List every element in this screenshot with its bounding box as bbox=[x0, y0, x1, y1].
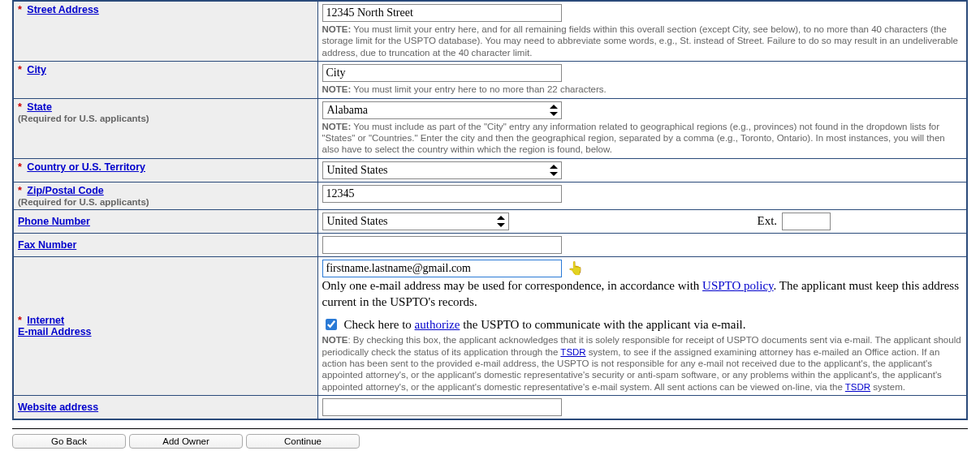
note-prefix: NOTE: bbox=[322, 84, 352, 94]
city-link[interactable]: City bbox=[27, 64, 46, 75]
value-cell-website bbox=[317, 396, 967, 420]
row-street: * Street Address NOTE: You must limit yo… bbox=[13, 1, 967, 62]
street-address-link[interactable]: Street Address bbox=[27, 4, 98, 15]
required-asterisk: * bbox=[18, 185, 22, 196]
street-input[interactable] bbox=[322, 4, 562, 22]
street-note: NOTE: You must limit your entry here, an… bbox=[322, 24, 963, 58]
email-help-before: Only one e-mail address may be used for … bbox=[322, 279, 703, 292]
row-city: * City NOTE: You must limit your entry h… bbox=[13, 62, 967, 98]
value-cell-state: Alabama NOTE: You must include as part o… bbox=[317, 98, 967, 158]
email-note: NOTE: By checking this box, the applican… bbox=[322, 334, 963, 393]
button-row: Go Back Add Owner Continue bbox=[12, 434, 968, 449]
uspto-policy-link[interactable]: USPTO policy bbox=[702, 279, 774, 292]
fax-link[interactable]: Fax Number bbox=[18, 239, 76, 251]
note-prefix: NOTE: bbox=[322, 24, 352, 34]
label-cell-city: * City bbox=[13, 62, 317, 98]
phone-country-select[interactable]: United States bbox=[322, 213, 509, 230]
zip-subnote: (Required for U.S. applicants) bbox=[18, 197, 313, 207]
note-prefix: NOTE: bbox=[322, 122, 352, 131]
authorize-checkbox[interactable] bbox=[326, 319, 337, 330]
required-asterisk: * bbox=[18, 315, 22, 326]
value-cell-country: United States bbox=[317, 158, 967, 182]
label-cell-phone: Phone Number bbox=[13, 209, 317, 233]
email-input[interactable] bbox=[322, 260, 562, 277]
note-text: You must limit your entry here to no mor… bbox=[353, 84, 607, 94]
value-cell-fax bbox=[317, 233, 967, 256]
zip-input[interactable] bbox=[322, 185, 562, 203]
check-suffix: the USPTO to communicate with the applic… bbox=[460, 318, 745, 331]
required-asterisk: * bbox=[18, 4, 22, 15]
website-input[interactable] bbox=[322, 398, 562, 416]
label-cell-zip: * Zip/Postal Code (Required for U.S. app… bbox=[13, 182, 317, 209]
country-link[interactable]: Country or U.S. Territory bbox=[27, 161, 145, 173]
row-phone: Phone Number United States Ext. bbox=[13, 209, 967, 233]
label-cell-state: * State (Required for U.S. applicants) bbox=[13, 98, 317, 158]
label-cell-country: * Country or U.S. Territory bbox=[13, 158, 317, 182]
address-form-table: * Street Address NOTE: You must limit yo… bbox=[12, 0, 968, 420]
divider bbox=[12, 428, 968, 429]
value-cell-city: NOTE: You must limit your entry here to … bbox=[317, 62, 967, 98]
row-fax: Fax Number bbox=[13, 233, 967, 256]
row-state: * State (Required for U.S. applicants) A… bbox=[13, 98, 967, 158]
value-cell-zip bbox=[317, 182, 967, 209]
row-country: * Country or U.S. Territory United State… bbox=[13, 158, 967, 182]
city-input[interactable] bbox=[322, 64, 562, 82]
phone-link[interactable]: Phone Number bbox=[18, 216, 90, 227]
check-prefix: Check here to bbox=[344, 318, 415, 331]
row-email: * Internet E-mail Address 👆 Only one e-m… bbox=[13, 256, 967, 395]
add-owner-button[interactable]: Add Owner bbox=[129, 434, 243, 449]
value-cell-street: NOTE: You must limit your entry here, an… bbox=[317, 1, 967, 62]
state-subnote: (Required for U.S. applicants) bbox=[18, 114, 313, 123]
label-cell-street: * Street Address bbox=[13, 1, 317, 62]
row-zip: * Zip/Postal Code (Required for U.S. app… bbox=[13, 182, 967, 209]
label-cell-website: Website address bbox=[13, 396, 317, 420]
authorize-link[interactable]: authorize bbox=[415, 318, 460, 331]
city-note: NOTE: You must limit your entry here to … bbox=[322, 84, 963, 95]
label-cell-email: * Internet E-mail Address bbox=[13, 256, 317, 395]
internet-link[interactable]: Internet bbox=[27, 315, 64, 326]
state-link[interactable]: State bbox=[27, 101, 52, 113]
note-bold: NOTE bbox=[322, 335, 348, 345]
website-link[interactable]: Website address bbox=[18, 402, 98, 413]
value-cell-email: 👆 Only one e-mail address may be used fo… bbox=[317, 256, 967, 395]
phone-row-container: United States Ext. bbox=[322, 213, 963, 230]
ext-input[interactable] bbox=[782, 213, 831, 230]
state-note: NOTE: You must include as part of the "C… bbox=[322, 121, 963, 156]
email-help-text: Only one e-mail address may be used for … bbox=[322, 277, 963, 311]
note-p3: system. bbox=[870, 382, 905, 392]
required-asterisk: * bbox=[18, 64, 22, 75]
required-asterisk: * bbox=[18, 161, 22, 173]
continue-button[interactable]: Continue bbox=[246, 434, 360, 449]
hand-pointer-icon: 👆 bbox=[568, 260, 584, 276]
label-cell-fax: Fax Number bbox=[13, 233, 317, 256]
go-back-button[interactable]: Go Back bbox=[12, 434, 126, 449]
required-asterisk: * bbox=[18, 101, 22, 113]
note-text: You must limit your entry here, and for … bbox=[322, 24, 959, 58]
note-text: You must include as part of the "City" e… bbox=[322, 122, 945, 155]
authorize-checkbox-row: Check here to authorize the USPTO to com… bbox=[322, 316, 963, 333]
ext-label: Ext. bbox=[758, 214, 778, 228]
zip-link[interactable]: Zip/Postal Code bbox=[27, 185, 103, 196]
fax-input[interactable] bbox=[322, 236, 562, 254]
country-select[interactable]: United States bbox=[322, 161, 562, 179]
row-website: Website address bbox=[13, 396, 967, 420]
email-address-link[interactable]: E-mail Address bbox=[18, 326, 92, 337]
value-cell-phone: United States Ext. bbox=[317, 209, 967, 233]
authorize-label: Check here to authorize the USPTO to com… bbox=[344, 318, 746, 332]
tsdr-link-2[interactable]: TSDR bbox=[845, 382, 870, 392]
tsdr-link-1[interactable]: TSDR bbox=[560, 347, 585, 357]
state-select[interactable]: Alabama bbox=[322, 101, 562, 119]
